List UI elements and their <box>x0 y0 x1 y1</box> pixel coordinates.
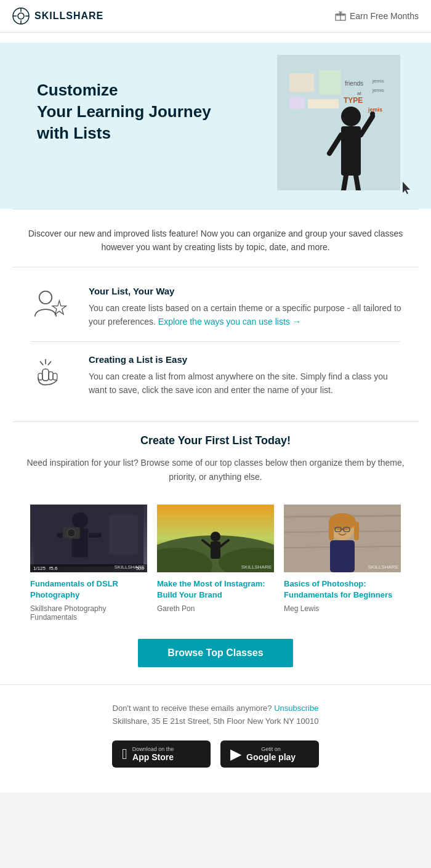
svg-rect-60 <box>330 540 355 572</box>
photoshop-thumbnail-svg <box>284 505 401 572</box>
footer: Don't want to receive these emails anymo… <box>0 684 431 792</box>
svg-point-37 <box>72 513 88 529</box>
cursor-icon <box>403 182 413 197</box>
svg-point-42 <box>67 529 75 537</box>
feature-content-1: Your List, Your Way You can create lists… <box>89 286 406 329</box>
svg-rect-12 <box>289 97 305 109</box>
hero-text: Customize Your Learning Journey with Lis… <box>37 79 211 144</box>
cta-title: Create Your First List Today! <box>18 434 413 447</box>
cta-section: Create Your First List Today! Need inspi… <box>0 422 431 505</box>
svg-text:jemis: jemis <box>368 107 382 113</box>
svg-line-24 <box>344 176 346 190</box>
person-star-icon <box>31 286 68 323</box>
svg-rect-11 <box>319 70 340 95</box>
hero-title: Customize Your Learning Journey with Lis… <box>37 79 211 144</box>
apple-icon:  <box>122 745 127 763</box>
thumb-2-inner <box>157 505 274 572</box>
header: SKILLSHARE Earn Free Months <box>0 0 431 33</box>
explore-link[interactable]: Explore the ways you can use lists → <box>158 317 301 327</box>
svg-text:at: at <box>357 91 361 96</box>
earn-free-text: Earn Free Months <box>350 11 419 21</box>
google-play-text: Getit on Google play <box>246 746 296 762</box>
skillshare-watermark-2: SKILLSHARE <box>241 564 272 570</box>
features-section: Your List, Your Way You can create lists… <box>0 267 431 422</box>
thumb-stat-2: f5.6 <box>49 566 57 571</box>
svg-line-31 <box>48 362 50 365</box>
cards-row: 1/125 f5.6 500 SKILLSHARE Fundamentals o… <box>0 505 431 621</box>
course-thumbnail-2: SKILLSHARE <box>157 505 274 572</box>
gift-icon <box>335 11 346 21</box>
svg-rect-49 <box>211 541 220 559</box>
footer-address: Skillshare, 35 E 21st Street, 5th Floor … <box>12 716 419 726</box>
svg-rect-13 <box>308 99 339 108</box>
browse-top-classes-button[interactable]: Browse Top Classes <box>138 639 292 667</box>
feature-row-2: Creating a List is Easy You can create a… <box>18 342 413 410</box>
email-wrapper: SKILLSHARE Earn Free Months Customize Yo… <box>0 0 431 792</box>
course-author-3: Meg Lewis <box>284 604 401 613</box>
svg-rect-32 <box>42 369 49 381</box>
course-card-3: SKILLSHARE Basics of Photoshop: Fundamen… <box>284 505 401 621</box>
svg-text:jemis: jemis <box>372 78 384 84</box>
svg-point-48 <box>211 532 220 541</box>
svg-rect-20 <box>341 126 361 176</box>
svg-rect-58 <box>329 522 334 540</box>
course-author-2: Gareth Pon <box>157 604 274 613</box>
course-title-2[interactable]: Make the Most of Instagram: Build Your B… <box>157 578 274 601</box>
skillshare-logo-icon <box>12 7 30 25</box>
feature-row-1: Your List, Your Way You can create lists… <box>18 274 413 341</box>
app-store-sub: Download on the <box>132 746 174 752</box>
svg-text:jemis: jemis <box>372 87 384 93</box>
course-card-2: SKILLSHARE Make the Most of Instagram: B… <box>157 505 274 621</box>
google-play-name: Google play <box>246 752 296 762</box>
svg-rect-40 <box>89 533 102 537</box>
earn-free-months[interactable]: Earn Free Months <box>335 11 419 21</box>
app-badges:  Download on the App Store ▶ Getit on G… <box>12 740 419 768</box>
app-store-badge[interactable]:  Download on the App Store <box>112 740 211 768</box>
svg-text:friends: friends <box>345 80 363 87</box>
svg-text:TYPE: TYPE <box>344 96 363 105</box>
skillshare-watermark-3: SKILLSHARE <box>368 564 398 570</box>
unsubscribe-link[interactable]: Unsubscribe <box>274 704 318 713</box>
feature-content-2: Creating a List is Easy You can create a… <box>89 354 406 397</box>
intro-section: Discover our new and improved lists feat… <box>0 209 431 267</box>
svg-rect-34 <box>53 373 57 379</box>
svg-point-1 <box>18 13 24 19</box>
browse-btn-wrap: Browse Top Classes <box>0 639 431 667</box>
intro-text: Discover our new and improved lists feat… <box>25 227 406 254</box>
course-thumbnail-1: 1/125 f5.6 500 SKILLSHARE <box>30 505 147 572</box>
course-author-1: Skillshare Photography Fundamentals <box>30 604 147 622</box>
svg-rect-33 <box>49 371 53 380</box>
course-title-3[interactable]: Basics of Photoshop: Fundamentals for Be… <box>284 578 401 601</box>
google-play-sub: Getit on <box>246 746 296 752</box>
svg-rect-10 <box>289 73 314 92</box>
svg-line-25 <box>356 176 358 190</box>
thumb-stat-1: 1/125 <box>33 566 46 571</box>
app-store-name: App Store <box>132 752 174 762</box>
svg-rect-43 <box>109 514 138 555</box>
feature-icon-area-2 <box>25 354 74 391</box>
logo-area: SKILLSHARE <box>12 7 103 25</box>
svg-line-30 <box>40 362 42 365</box>
feature-desc-2: You can create a list from almost anywhe… <box>89 370 406 397</box>
google-play-icon: ▶ <box>230 745 241 763</box>
skillshare-watermark-1: SKILLSHARE <box>115 564 145 570</box>
hero-image: friends at TYPE jemis jemis jemis <box>277 55 400 190</box>
feature-icon-area-1 <box>25 286 74 323</box>
footer-unsubscribe: Don't want to receive these emails anymo… <box>12 704 419 713</box>
feature-title-2: Creating a List is Easy <box>89 354 406 365</box>
logo-text: SKILLSHARE <box>34 10 103 22</box>
app-store-text: Download on the App Store <box>132 746 174 762</box>
instagram-thumbnail-svg <box>157 505 274 572</box>
course-card-1: 1/125 f5.6 500 SKILLSHARE Fundamentals o… <box>30 505 147 621</box>
cta-desc: Need inspiration for your list? Browse s… <box>18 456 413 484</box>
dslr-thumbnail-svg <box>34 505 143 569</box>
thumb-3-inner <box>284 505 401 572</box>
feature-title-1: Your List, Your Way <box>89 286 406 296</box>
course-title-1[interactable]: Fundamentals of DSLR Photography <box>30 578 147 601</box>
svg-point-19 <box>341 107 361 126</box>
svg-point-27 <box>39 291 52 304</box>
hero-illustration: friends at TYPE jemis jemis jemis <box>277 55 400 190</box>
thumb-1-inner <box>30 505 147 572</box>
google-play-badge[interactable]: ▶ Getit on Google play <box>220 740 319 768</box>
feature-desc-1: You can create lists based on a certain … <box>89 301 406 329</box>
